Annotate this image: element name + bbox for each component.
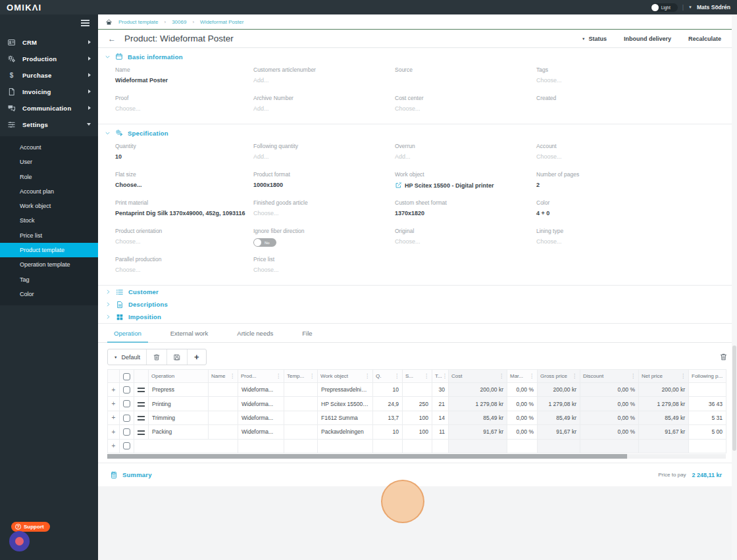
field-placeholder[interactable]: Choose... [536, 153, 721, 160]
delete-preset-button[interactable] [146, 349, 166, 365]
vertical-scrollbar-thumb[interactable] [732, 345, 736, 451]
drag-handle-icon[interactable] [138, 430, 145, 435]
field-value[interactable]: Wideformat Poster [115, 77, 253, 84]
cell-gross[interactable]: 91,67 kr [538, 425, 580, 439]
home-icon[interactable] [105, 18, 113, 26]
breadcrumb-item-wideformat-poster[interactable]: Wideformat Poster [200, 19, 243, 25]
tab-external-work[interactable]: External work [164, 327, 215, 342]
sidebar-item-communication[interactable]: Communication [0, 100, 98, 116]
section-header-descriptions[interactable]: Descriptions [98, 298, 737, 311]
cell-s[interactable]: 250 [403, 397, 432, 411]
breadcrumb-item-30069[interactable]: 30069 [172, 19, 186, 25]
column-menu-icon[interactable]: ⋮ [276, 374, 281, 379]
column-menu-icon[interactable]: ⋮ [499, 374, 504, 379]
drag-handle-icon[interactable] [138, 416, 145, 420]
cell-net[interactable]: 1 279,08 kr [639, 397, 689, 411]
chevron-down-icon[interactable] [105, 130, 111, 136]
row-checkbox[interactable] [123, 442, 130, 449]
cell-cost[interactable]: 85,49 kr [449, 411, 507, 424]
sidebar-item-account[interactable]: Account [0, 140, 98, 155]
cell-discount[interactable]: 0,00 % [580, 397, 639, 411]
select-all-checkbox[interactable] [123, 373, 130, 380]
cell-t[interactable]: 14 [432, 411, 449, 424]
cell-net[interactable]: 91,67 kr [639, 425, 689, 439]
field-value[interactable]: 10 [115, 153, 253, 160]
cell-t[interactable] [432, 439, 449, 453]
sidebar-item-stock[interactable]: Stock [0, 213, 98, 228]
sidebar-item-product-template[interactable]: Product template [0, 243, 98, 257]
cell-temp[interactable] [284, 397, 318, 411]
cell-following[interactable] [689, 439, 726, 453]
cell-s[interactable] [403, 383, 432, 397]
user-menu-caret-icon[interactable]: ▼ [688, 5, 692, 9]
cell-discount[interactable] [580, 439, 639, 453]
row-checkbox[interactable] [123, 428, 130, 436]
cell-temp[interactable] [284, 425, 318, 439]
cell-operation[interactable]: Packing [149, 425, 209, 439]
drag-handle-icon[interactable] [138, 402, 145, 407]
expand-row-button[interactable]: + [108, 425, 120, 439]
tab-operation[interactable]: Operation [107, 327, 148, 343]
sidebar-item-role[interactable]: Role [0, 169, 98, 184]
cell-t[interactable]: 30 [432, 383, 449, 397]
sidebar-item-crm[interactable]: CRM [0, 34, 98, 51]
sidebar-item-operation-template[interactable]: Operation template [0, 257, 98, 272]
cell-gross[interactable] [538, 439, 580, 453]
cell-cost[interactable]: 1 279,08 kr [449, 397, 507, 411]
delete-rows-button[interactable] [719, 353, 728, 361]
cell-cost[interactable]: 91,67 kr [449, 425, 507, 439]
field-placeholder[interactable]: Add... [253, 77, 395, 84]
field-value[interactable]: 1000x1800 [253, 182, 395, 188]
sidebar-item-invoicing[interactable]: Invoicing [0, 84, 98, 100]
cell-q[interactable] [373, 439, 403, 453]
cell-mar[interactable]: 0,00 % [507, 411, 538, 424]
cell-following[interactable]: 5 31 [689, 411, 726, 424]
edit-icon[interactable] [395, 182, 402, 189]
column-menu-icon[interactable]: ⋮ [529, 374, 534, 379]
cell-mar[interactable] [507, 439, 538, 453]
section-header-specification[interactable]: Specification [98, 124, 737, 138]
sidebar-item-color[interactable]: Color [0, 287, 98, 301]
column-menu-icon[interactable]: ⋮ [309, 374, 315, 379]
cell-name[interactable] [209, 383, 238, 397]
column-menu-icon[interactable]: ⋮ [442, 374, 447, 379]
fiber-direction-toggle[interactable]: No [253, 238, 276, 247]
menu-icon[interactable] [81, 20, 89, 26]
cell-q[interactable]: 13,7 [373, 411, 403, 424]
cell-mar[interactable]: 0,00 % [507, 425, 538, 439]
cell-name[interactable] [209, 411, 238, 424]
cell-t[interactable]: 21 [432, 397, 449, 411]
field-value[interactable]: Choose... [115, 182, 253, 188]
field-placeholder[interactable]: Choose... [115, 267, 253, 273]
cell-discount[interactable]: 0,00 % [580, 411, 639, 424]
field-value[interactable]: 2 [536, 182, 721, 188]
cell-work_object[interactable]: F1612 Summa [318, 411, 373, 424]
column-menu-icon[interactable]: ⋮ [424, 374, 429, 379]
field-value[interactable]: 4 + 0 [536, 210, 721, 216]
cell-following[interactable]: 5 00 [689, 425, 726, 439]
expand-row-button[interactable]: + [108, 397, 120, 411]
cell-name[interactable] [209, 425, 238, 439]
cell-s[interactable]: 100 [403, 411, 432, 424]
sidebar-item-price-list[interactable]: Price list [0, 228, 98, 243]
support-button[interactable]: ? Support [11, 522, 50, 532]
chevron-down-icon[interactable] [105, 54, 111, 60]
cell-net[interactable]: 200,00 kr [639, 383, 689, 397]
section-header-imposition[interactable]: Imposition [98, 311, 737, 323]
tab-article-needs[interactable]: Article needs [230, 327, 280, 342]
cell-operation[interactable]: Trimming [149, 411, 209, 424]
field-placeholder[interactable]: Choose... [115, 238, 253, 245]
cell-gross[interactable]: 200,00 kr [538, 383, 580, 397]
cell-discount[interactable]: 0,00 % [580, 425, 639, 439]
chevron-right-icon[interactable] [105, 301, 111, 307]
cell-temp[interactable] [284, 439, 318, 453]
cell-operation[interactable]: Prepress [149, 383, 209, 397]
sidebar-item-settings[interactable]: Settings [0, 116, 98, 133]
cell-work_object[interactable]: Packavdelningen [318, 425, 373, 439]
expand-row-button[interactable]: + [108, 411, 120, 424]
add-preset-button[interactable]: + [187, 349, 206, 365]
section-header-basic-information[interactable]: Basic information [98, 48, 737, 62]
row-checkbox[interactable] [123, 386, 130, 394]
cell-operation[interactable]: Printing [149, 397, 209, 411]
chat-widget-button[interactable] [9, 531, 30, 551]
